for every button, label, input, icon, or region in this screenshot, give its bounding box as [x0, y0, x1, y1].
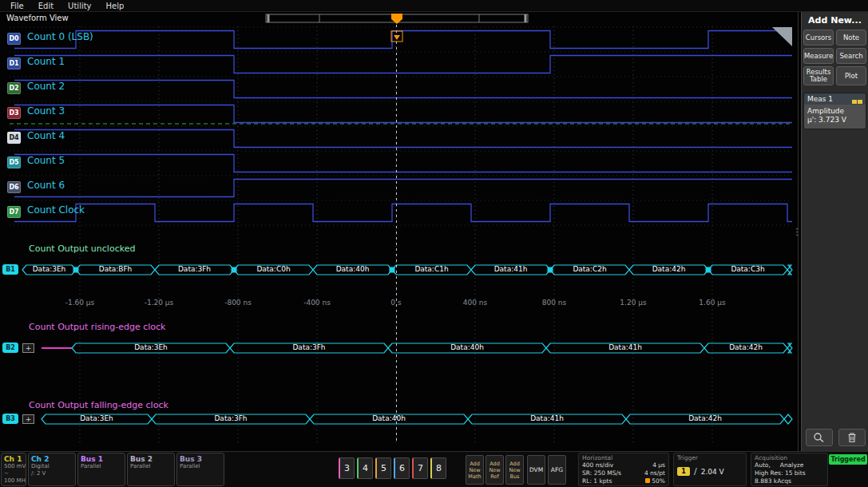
channel-badge-detail: Parallel [180, 463, 221, 470]
time-axis-label: 800 ns [542, 299, 566, 307]
menu-help[interactable]: Help [99, 2, 132, 10]
add-note-button[interactable]: Note [836, 30, 866, 46]
bus-data-value: Data:C2h [573, 265, 606, 273]
menu-edit[interactable]: Edit [31, 2, 61, 10]
afg-button[interactable]: AFG [548, 455, 566, 485]
channel-8-button[interactable]: 8 [430, 457, 446, 479]
add-new-ref-button[interactable]: AddNewRef [486, 455, 504, 485]
panel-splitter[interactable]: ⋮ [793, 12, 801, 451]
add-cursors-button[interactable]: Cursors [803, 30, 834, 46]
digital-channel-badge-d5[interactable]: D5 [7, 156, 21, 168]
acquisition-analyze: Analyze [780, 461, 804, 469]
waveform-view-panel: D0Count 0 (LSB)D1Count 1D2Count 2D3Count… [0, 12, 799, 451]
digital-channel-badge-d3[interactable]: D3 [7, 107, 21, 119]
digital-channel-badge-d7[interactable]: D7 [7, 206, 21, 218]
channel-badge-ch1[interactable]: Ch 1500 mV/div~100 MHz [1, 453, 26, 486]
menu-file[interactable]: File [3, 2, 31, 10]
horizontal-values: 400 ns/div4 µsSR: 250 MS/s4 ns/ptRL: 1 k… [582, 461, 665, 485]
time-axis-label: -400 ns [303, 299, 331, 307]
channel-badge-bus2[interactable]: Bus 2Parallel [127, 453, 175, 486]
digital-channel-badge-d4[interactable]: D4 [7, 132, 21, 144]
channel-badge-bus1[interactable]: Bus 1Parallel [77, 453, 125, 486]
time-axis-label: 1.20 µs [620, 299, 646, 307]
add-search-button[interactable]: Search [836, 48, 866, 64]
results-bar-tools [806, 429, 866, 446]
channel-5-button[interactable]: 5 [375, 457, 391, 479]
time-axis-label: -1.20 µs [145, 299, 174, 307]
trash-button[interactable] [838, 429, 866, 446]
add-measure-button[interactable]: Measure [803, 48, 834, 64]
trigger-level: 2.04 V [701, 468, 724, 476]
channel-badge-title: Ch 2 [31, 455, 73, 463]
bus-title-b3: Count Output falling-edge clock [29, 400, 168, 410]
channel-3-button[interactable]: 3 [339, 457, 355, 479]
menu-utility[interactable]: Utility [61, 2, 98, 10]
channel-badge-ch2[interactable]: Ch 2Digital∕: 2 V [28, 453, 76, 486]
digital-channel-badge-d2[interactable]: D2 [7, 82, 21, 94]
add-plot-button[interactable]: Plot [836, 66, 866, 85]
trigger-status-badge: Triggered [829, 454, 867, 465]
time-axis-label: 1.60 µs [699, 299, 725, 307]
channel-7-button[interactable]: 7 [412, 457, 428, 479]
add-new-math-button[interactable]: AddNewMath [466, 455, 484, 485]
plot-overlays: D0Count 0 (LSB)D1Count 1D2Count 2D3Count… [0, 12, 799, 451]
bus-badge-b3[interactable]: B3 [2, 414, 18, 424]
horizontal-value: RL: 1 kpts [582, 477, 612, 485]
menu-bar: FileEditUtilityHelp [0, 0, 868, 12]
channel-badge-title: Bus 3 [180, 455, 221, 463]
measurement-type: Amplitude [807, 107, 862, 116]
add-button-text: Bus [510, 473, 520, 480]
bus-data-value: Data:BFh [99, 265, 133, 273]
add-button-text: Add [489, 461, 500, 467]
bus-data-value: Data:3Eh [80, 414, 113, 422]
add-new-title: Add New... [803, 15, 866, 26]
bus-data-value: Data:3Fh [178, 265, 211, 273]
horizontal-value: 50% [645, 477, 665, 485]
measurement-source-icon [851, 93, 862, 107]
add-new-buttons: CursorsNoteMeasureSearchResults TablePlo… [803, 30, 866, 85]
bus-data-value: Data:41h [530, 414, 564, 422]
bus-badge-b2[interactable]: B2 [2, 342, 18, 353]
measurement-badge[interactable]: Meas 1 Amplitude µ': 3.723 V [803, 93, 866, 129]
digital-channel-name: Count 2 [27, 81, 65, 92]
bus-data-value: Data:42h [652, 265, 686, 273]
horizontal-panel[interactable]: Horizontal 400 ns/div4 µsSR: 250 MS/s4 n… [578, 453, 669, 486]
expand-button[interactable]: + [22, 414, 34, 424]
channel-badge-bus3[interactable]: Bus 3Parallel [176, 453, 224, 486]
time-axis-label: 0 s [390, 299, 401, 307]
acquisition-mode: Auto, [755, 461, 771, 469]
digital-channel-badge-d0[interactable]: D0 [7, 33, 21, 45]
trigger-title: Trigger [677, 454, 743, 461]
channel-badge-detail: Digital [31, 463, 73, 470]
bus-data-value: Data:40h [450, 343, 484, 351]
view-title: Waveform View [6, 14, 69, 22]
expand-button[interactable]: + [22, 343, 34, 353]
time-axis-label: -800 ns [224, 299, 252, 307]
horizontal-value: SR: 250 MS/s [582, 469, 621, 477]
bus-data-value: Data:40h [372, 414, 406, 422]
channel-6-button[interactable]: 6 [394, 457, 410, 479]
bus-data-value: Data:3Eh [134, 343, 168, 351]
dvm-button[interactable]: DVM [527, 455, 545, 485]
acquisition-panel[interactable]: Acquisition Auto, Analyze High Res: 15 b… [751, 453, 828, 486]
add-button-text: Math [468, 473, 481, 480]
channel-badge-detail: 500 mV/div [4, 463, 23, 470]
channel-4-button[interactable]: 4 [357, 457, 373, 479]
zoom-button[interactable] [806, 429, 833, 446]
add-results-table-button[interactable]: Results Table [803, 66, 834, 85]
time-axis-label: -1.60 µs [65, 299, 95, 307]
measurement-badge-header[interactable]: Meas 1 [804, 93, 866, 105]
digital-channel-badge-d1[interactable]: D1 [7, 57, 21, 69]
acquisition-count: 8.883 kAcqs [755, 477, 824, 485]
magnifier-icon [813, 432, 826, 443]
digital-channel-badge-d6[interactable]: D6 [7, 181, 21, 193]
bus-data-value: Data:C0h [256, 265, 290, 273]
time-axis-label: 400 ns [463, 299, 487, 307]
trigger-panel[interactable]: Trigger 1 ∕ 2.04 V [673, 453, 747, 486]
reference-marker-icon [645, 478, 650, 483]
bus-badge-b1[interactable]: B1 [2, 264, 18, 275]
digital-channel-name: Count 5 [27, 155, 65, 166]
add-new-bus-button[interactable]: AddNewBus [505, 455, 524, 485]
bus-data-value: Data:3Fh [214, 414, 247, 422]
acquisition-title: Acquisition [755, 454, 824, 461]
